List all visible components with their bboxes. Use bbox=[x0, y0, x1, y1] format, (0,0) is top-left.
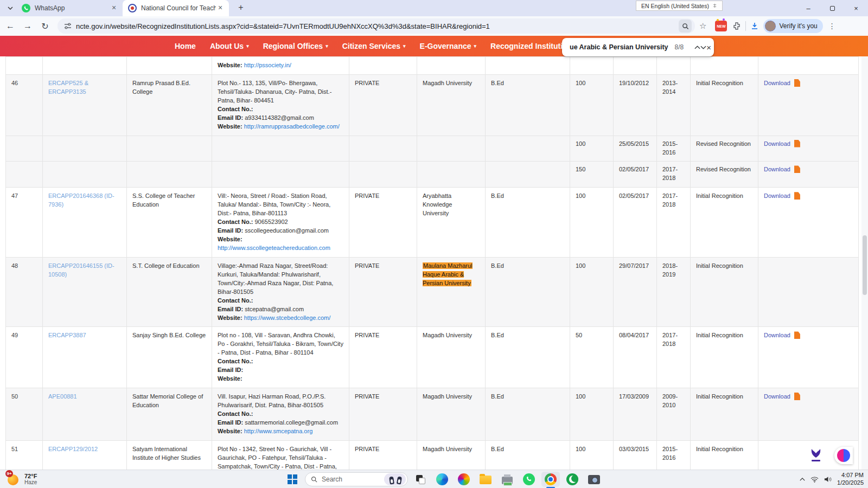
row-serial: 47 bbox=[6, 188, 43, 258]
find-next-button[interactable] bbox=[700, 41, 706, 54]
edge-icon[interactable] bbox=[433, 472, 451, 487]
file-explorer-icon[interactable] bbox=[476, 472, 495, 487]
academic-year-cell: 2017-2018 bbox=[657, 162, 691, 188]
chrome-icon[interactable] bbox=[541, 472, 560, 487]
task-view-button[interactable] bbox=[411, 472, 430, 487]
bookmark-star-icon[interactable]: ☆ bbox=[699, 21, 706, 31]
institution-type: PRIVATE bbox=[349, 257, 417, 327]
download-link[interactable]: Download bbox=[764, 80, 790, 86]
tab-search-chevron-icon[interactable] bbox=[4, 2, 16, 14]
website-link[interactable]: https://www.stcebedcollege.com/ bbox=[244, 314, 331, 321]
new-extension-icon[interactable]: NEW bbox=[715, 21, 727, 31]
order-date-cell: 08/04/2017 bbox=[614, 327, 657, 388]
intake-cell: 100 bbox=[570, 257, 614, 327]
website-link[interactable]: http://ramrupprasadbedcollege.com/ bbox=[244, 123, 340, 130]
recognition-type-cell: Initial Recognition bbox=[691, 327, 758, 388]
ncte-favicon bbox=[128, 4, 137, 12]
institution-type: PRIVATE bbox=[349, 440, 417, 470]
reload-icon[interactable]: ↻ bbox=[38, 19, 52, 33]
back-icon[interactable]: ← bbox=[3, 19, 17, 33]
close-button[interactable]: × bbox=[844, 0, 868, 16]
site-info-icon[interactable] bbox=[64, 22, 72, 30]
tab-close-icon[interactable]: × bbox=[216, 4, 225, 12]
printer-icon[interactable] bbox=[498, 472, 516, 487]
tab-close-icon[interactable]: × bbox=[110, 4, 118, 12]
recognition-type-cell: Revised Recognition bbox=[691, 162, 758, 188]
institution-code-link[interactable]: ERCAPP3887 bbox=[48, 332, 86, 338]
university-cell: Aryabhatta Knowledge University bbox=[417, 188, 486, 258]
table-row: 47ERCAPP201646368 (ID-7936)S.S. College … bbox=[6, 188, 859, 258]
table-row: 48ERCAPP201646155 (ID-10508)S.T. College… bbox=[6, 257, 859, 327]
clock-time: 4:07 PM bbox=[837, 472, 864, 479]
tab-whatsapp[interactable]: WhatsApp × bbox=[16, 0, 123, 16]
academic-year-cell: 2009-2010 bbox=[657, 388, 691, 441]
language-indicator-chip[interactable]: EN English (United States) bbox=[636, 1, 723, 11]
extensions-icon[interactable] bbox=[732, 22, 741, 30]
institution-name: Satyam International Institute of Higher… bbox=[127, 440, 212, 470]
nav-item-home[interactable]: Home bbox=[175, 42, 196, 50]
profile-chip[interactable]: Verify it's you bbox=[763, 19, 822, 33]
website-link[interactable]: http://www.sscollegeteachereducation.com bbox=[218, 245, 330, 251]
assistant-fab[interactable] bbox=[834, 447, 853, 464]
institution-code-link[interactable]: APE00881 bbox=[48, 393, 77, 400]
start-button[interactable] bbox=[283, 472, 302, 487]
nav-item-citizen-services[interactable]: Citizen Services▾ bbox=[342, 42, 406, 50]
tray-chevron-icon[interactable] bbox=[800, 478, 805, 481]
menu-kebab-icon[interactable]: ⋮ bbox=[828, 22, 836, 30]
maximize-button[interactable] bbox=[820, 0, 844, 16]
intake-cell bbox=[570, 57, 614, 75]
scrollbar-thumb[interactable] bbox=[863, 235, 867, 295]
website-label: Website: bbox=[218, 314, 242, 321]
download-link[interactable]: Download bbox=[764, 166, 790, 172]
course-cell bbox=[486, 162, 570, 188]
find-close-button[interactable]: × bbox=[706, 41, 711, 54]
weather-widget[interactable]: 9+ 72°F Haze bbox=[7, 472, 99, 486]
download-link[interactable]: Download bbox=[764, 332, 790, 338]
forward-icon[interactable]: → bbox=[21, 19, 35, 33]
institution-name: Ramrup Prasad B.Ed. College bbox=[127, 74, 212, 136]
website-line: Website: https://www.stcebedcollege.com/ bbox=[218, 314, 343, 323]
page-scrollbar[interactable] bbox=[861, 56, 868, 470]
downloads-icon[interactable] bbox=[750, 22, 759, 30]
find-in-page-icon[interactable] bbox=[679, 20, 692, 33]
website-link[interactable]: http://pssociety.in/ bbox=[244, 62, 291, 68]
minimize-button[interactable]: – bbox=[796, 0, 820, 16]
academic-year-cell: 2015-2016 bbox=[657, 440, 691, 470]
search-highlight-image[interactable] bbox=[384, 473, 406, 485]
wifi-icon[interactable] bbox=[810, 476, 819, 483]
nav-item-e-governance[interactable]: E-Governance▾ bbox=[420, 42, 476, 50]
institution-code-link[interactable]: ERCAPP201646155 (ID-10508) bbox=[48, 262, 114, 278]
website-link[interactable]: http://www.smcepatna.org bbox=[244, 428, 313, 434]
find-query[interactable]: ue Arabic & Persian University bbox=[570, 43, 668, 51]
course-cell: B.Ed bbox=[486, 327, 570, 388]
row-code-cell: ERCAPP201646155 (ID-10508) bbox=[43, 257, 127, 327]
academic-year-cell: 2013-2014 bbox=[657, 74, 691, 136]
institution-code-link[interactable]: ERCAPP525 & ERCAPP3135 bbox=[48, 80, 88, 95]
tab-ncte[interactable]: National Council for Teacher Ed × bbox=[123, 0, 229, 16]
address-bar[interactable]: ncte.gov.in/website/RecognizedInstitutio… bbox=[58, 18, 695, 34]
taskbar-search-box[interactable]: Search bbox=[305, 472, 408, 486]
crescent-app-icon[interactable] bbox=[563, 472, 582, 487]
volume-icon[interactable] bbox=[824, 476, 832, 483]
whatsapp-icon[interactable] bbox=[520, 472, 538, 487]
contact-label: Contact No.: bbox=[218, 410, 253, 417]
institution-code-link[interactable]: ERCAPP129/2012 bbox=[48, 446, 98, 452]
copilot-icon[interactable] bbox=[455, 472, 473, 487]
nav-item-about-us[interactable]: About Us▾ bbox=[210, 42, 249, 50]
institutions-table: Website: http://pssociety.in/46ERCAPP525… bbox=[5, 56, 859, 470]
download-link[interactable]: Download bbox=[764, 140, 790, 147]
nav-item-regional-offices[interactable]: Regional Offices▾ bbox=[263, 42, 328, 50]
new-tab-button[interactable]: + bbox=[234, 2, 247, 15]
camera-icon[interactable] bbox=[585, 472, 603, 487]
university-cell bbox=[417, 162, 486, 188]
academic-year-cell: 2018-2019 bbox=[657, 257, 691, 327]
find-prev-button[interactable] bbox=[694, 41, 700, 54]
institution-code-link[interactable]: ERCAPP201646368 (ID-7936) bbox=[48, 192, 114, 208]
download-link[interactable]: Download bbox=[764, 393, 790, 400]
table-row: 10025/05/20152015-2016Revised Recognitio… bbox=[6, 136, 859, 162]
download-link[interactable]: Download bbox=[764, 192, 790, 199]
taskbar-clock[interactable]: 4:07 PM 1/20/2025 bbox=[837, 472, 864, 487]
find-count: 8/8 bbox=[675, 43, 684, 51]
institution-type: PRIVATE bbox=[349, 74, 417, 136]
intake-cell: 100 bbox=[570, 440, 614, 470]
